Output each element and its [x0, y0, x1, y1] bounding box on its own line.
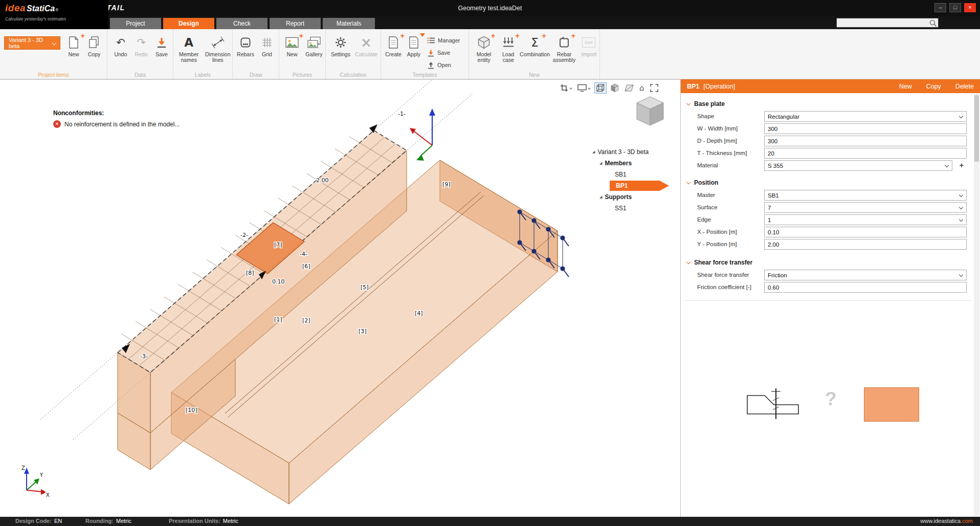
template-open-button[interactable]: Open	[427, 60, 460, 70]
new-picture-button[interactable]: + New	[281, 34, 303, 57]
solid-view-button[interactable]	[609, 82, 620, 94]
undo-button[interactable]: ↶ Undo	[110, 34, 131, 57]
section-position[interactable]: Position	[687, 178, 718, 188]
logo-statica: StatiCa	[27, 4, 55, 13]
tree-item-variant[interactable]: ◢ Variant 3 - 3D beta	[592, 146, 678, 158]
clipping-plane-button[interactable]	[623, 82, 635, 94]
model-canvas[interactable]: Z Y X 2.00 0.10 -1- -2- -3- -4- [1] [2] …	[0, 80, 680, 517]
tree-item-members[interactable]: ◢ Members	[592, 158, 678, 169]
chevron-down-icon	[959, 272, 963, 276]
tree-item-supports[interactable]: ◢ Supports	[592, 191, 678, 203]
website-link[interactable]: www.ideastatica.com	[920, 518, 973, 524]
axis-marker: -1-	[398, 111, 406, 117]
tab-materials[interactable]: Materials	[323, 18, 375, 29]
grid-button[interactable]: Grid	[256, 34, 278, 57]
redo-button[interactable]: ↷ Redo	[131, 34, 151, 57]
property-row-y-position: Y - Position [m]	[681, 239, 980, 250]
ribbon-group-draw: Rebars Grid Draw	[233, 29, 279, 79]
save-button[interactable]: Save	[151, 34, 172, 57]
collapse-icon[interactable]	[686, 259, 691, 264]
axonometry-view-button[interactable]	[594, 82, 607, 94]
collapse-icon[interactable]	[686, 101, 691, 105]
thickness-field[interactable]	[764, 148, 967, 159]
depth-field[interactable]	[764, 136, 967, 146]
expander-icon[interactable]: ◢	[599, 161, 602, 165]
section-shear-force-transfer[interactable]: Shear force transfer	[687, 257, 752, 268]
member-names-button[interactable]: A Member names	[174, 34, 204, 63]
settings-button[interactable]: Settings	[328, 34, 353, 57]
manager-list-icon	[427, 37, 435, 44]
tab-report[interactable]: Report	[270, 18, 321, 29]
template-create-button[interactable]: + Create	[383, 34, 404, 57]
ribbon: Variant 3 - 3D beta + New Copy Project i…	[0, 29, 980, 79]
letter-a-icon: A	[184, 37, 193, 49]
gallery-button[interactable]: Gallery	[303, 34, 325, 57]
edge-select[interactable]: 1	[764, 214, 967, 225]
view-tool-button[interactable]	[576, 82, 592, 94]
panel-scrollbar[interactable]	[974, 94, 979, 516]
template-manager-button[interactable]: Manager	[427, 36, 460, 45]
dimension-lines-button[interactable]: Dimension lines	[204, 34, 233, 63]
material-select[interactable]: S 355	[764, 160, 952, 171]
viewport-3d[interactable]: Z Y X 2.00 0.10 -1- -2- -3- -4- [1] [2] …	[0, 79, 680, 517]
expander-icon[interactable]: ◢	[592, 150, 595, 154]
surface-label: [2]	[302, 317, 310, 324]
search-input[interactable]	[839, 19, 927, 27]
x-position-field[interactable]	[764, 227, 967, 237]
tab-project[interactable]: Project	[110, 18, 161, 29]
new-project-item-button[interactable]: + New	[63, 34, 84, 57]
scrollbar-thumb[interactable]	[974, 95, 979, 162]
width-field[interactable]	[764, 123, 967, 134]
tree-item-sb1[interactable]: SB1	[592, 169, 678, 180]
add-material-button[interactable]: +	[957, 161, 966, 169]
calculate-button[interactable]: × Calculate	[353, 34, 379, 57]
document-title: Geometry test.ideaDet	[0, 5, 980, 12]
collapse-icon[interactable]	[686, 180, 691, 184]
property-row-friction-coefficient: Friction coefficient [-]	[681, 282, 980, 293]
rebars-button[interactable]: Rebars	[235, 34, 256, 57]
master-select[interactable]: SB1	[764, 190, 967, 201]
group-label-templates: Templates	[381, 72, 469, 78]
operation-new-button[interactable]: New	[899, 83, 912, 90]
nonconformities-title: Nonconformities:	[53, 109, 180, 117]
zoom-home-button[interactable]: ⌂	[638, 82, 646, 94]
expander-icon[interactable]: ◢	[599, 195, 602, 199]
copy-project-item-button[interactable]: Copy	[84, 34, 104, 57]
group-label-draw: Draw	[233, 72, 279, 78]
shape-select[interactable]: Rectangular	[764, 111, 967, 122]
load-case-button[interactable]: + Load case	[497, 34, 520, 63]
operation-delete-button[interactable]: Delete	[955, 83, 974, 90]
viewport-toolbar: ⌂	[559, 82, 660, 94]
section-base-plate[interactable]: Base plate	[687, 99, 725, 109]
combination-button[interactable]: Σ+ Combination	[520, 34, 550, 57]
template-apply-button[interactable]: Apply	[404, 34, 424, 57]
tree-item-ss1[interactable]: SS1	[592, 203, 678, 214]
property-row-edge: Edge 1	[681, 214, 980, 226]
friction-coefficient-field[interactable]	[764, 282, 967, 293]
tab-check[interactable]: Check	[216, 18, 268, 29]
calculate-icon: ×	[361, 36, 372, 49]
operation-copy-button[interactable]: Copy	[926, 83, 941, 90]
plate-position-sketch	[743, 385, 803, 421]
fullscreen-button[interactable]	[649, 82, 660, 94]
close-button[interactable]: ×	[964, 3, 976, 12]
section-tool-button[interactable]	[559, 82, 573, 94]
maximize-button[interactable]: □	[949, 3, 961, 12]
shear-transfer-select[interactable]: Friction	[764, 270, 967, 280]
surface-label: [1]	[274, 316, 282, 323]
group-label-new: New	[469, 72, 599, 78]
navigation-cube[interactable]	[633, 94, 667, 128]
y-position-field[interactable]	[764, 239, 967, 250]
tree-item-bp1[interactable]: BP1	[592, 180, 678, 191]
properties-panel: BP1 [Operation] New Copy Delete Base pla…	[681, 79, 980, 517]
rebar-assembly-button[interactable]: + Rebar assembly	[550, 34, 578, 63]
dxf-import-button[interactable]: DXF Import	[578, 34, 599, 57]
group-label-project-items: Project items	[0, 72, 107, 78]
model-entity-button[interactable]: + Model entity	[471, 34, 497, 63]
variant-selector[interactable]: Variant 3 - 3D beta	[4, 36, 60, 50]
tab-design[interactable]: Design	[163, 18, 214, 29]
surface-select[interactable]: 7	[764, 202, 967, 213]
template-save-button[interactable]: Save	[427, 48, 460, 57]
properties-header: BP1 [Operation] New Copy Delete	[681, 79, 980, 93]
minimize-button[interactable]: –	[934, 3, 946, 12]
